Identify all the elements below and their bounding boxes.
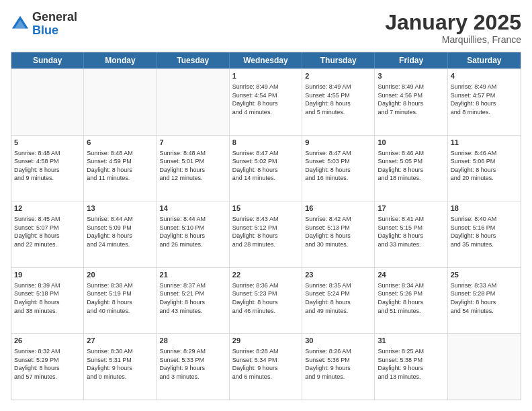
calendar-cell: 14Sunrise: 8:44 AMSunset: 5:10 PMDayligh… <box>157 201 230 267</box>
calendar-header: SundayMondayTuesdayWednesdayThursdayFrid… <box>11 52 521 68</box>
cell-line: Daylight: 8 hours <box>87 298 153 307</box>
cell-line: Sunset: 4:58 PM <box>14 157 81 166</box>
calendar-cell: 2Sunrise: 8:49 AMSunset: 4:55 PMDaylight… <box>302 69 375 135</box>
cell-line: Sunrise: 8:44 AM <box>87 215 153 224</box>
calendar-header-day: Wednesday <box>230 52 302 68</box>
cell-line: Sunrise: 8:45 AM <box>14 215 81 224</box>
cell-line: Sunset: 5:33 PM <box>160 356 226 365</box>
cell-line: and 22 minutes. <box>14 240 81 249</box>
day-number: 13 <box>87 203 153 214</box>
cell-line: Sunset: 5:07 PM <box>14 224 81 232</box>
calendar-cell: 8Sunrise: 8:47 AMSunset: 5:02 PMDaylight… <box>230 136 302 201</box>
calendar-cell: 15Sunrise: 8:43 AMSunset: 5:12 PMDayligh… <box>230 201 302 267</box>
calendar-body: 1Sunrise: 8:49 AMSunset: 4:54 PMDaylight… <box>11 68 521 400</box>
calendar-cell: 22Sunrise: 8:36 AMSunset: 5:23 PMDayligh… <box>230 268 302 334</box>
cell-line: Daylight: 8 hours <box>451 232 518 240</box>
calendar-header-day: Thursday <box>302 52 375 68</box>
calendar-cell: 7Sunrise: 8:48 AMSunset: 5:01 PMDaylight… <box>157 136 230 201</box>
cell-line: Daylight: 8 hours <box>305 99 371 108</box>
day-number: 1 <box>232 71 299 81</box>
cell-line: Sunset: 5:03 PM <box>305 157 371 166</box>
cell-line: and 13 minutes. <box>378 373 444 381</box>
cell-line: Daylight: 8 hours <box>378 99 444 108</box>
calendar-cell <box>448 334 521 400</box>
cell-line: Daylight: 8 hours <box>378 232 444 240</box>
cell-line: Daylight: 8 hours <box>232 298 299 307</box>
cell-line: Sunset: 5:23 PM <box>232 289 299 298</box>
cell-line: Sunset: 5:28 PM <box>451 289 518 298</box>
calendar-row: 12Sunrise: 8:45 AMSunset: 5:07 PMDayligh… <box>11 201 521 267</box>
day-number: 24 <box>378 270 444 280</box>
cell-line: and 30 minutes. <box>305 240 371 249</box>
calendar-cell: 23Sunrise: 8:35 AMSunset: 5:24 PMDayligh… <box>302 268 375 334</box>
calendar-header-day: Sunday <box>11 52 84 68</box>
cell-line: and 57 minutes. <box>14 373 81 381</box>
cell-line: Sunset: 5:36 PM <box>305 356 371 365</box>
cell-line: Daylight: 8 hours <box>232 166 299 175</box>
cell-line: Sunset: 5:06 PM <box>451 157 518 166</box>
cell-line: Daylight: 8 hours <box>160 298 226 307</box>
cell-line: and 7 minutes. <box>378 108 444 117</box>
cell-line: Sunset: 5:15 PM <box>378 224 444 232</box>
cell-line: Sunrise: 8:40 AM <box>451 215 518 224</box>
calendar-row: 5Sunrise: 8:48 AMSunset: 4:58 PMDaylight… <box>11 135 521 201</box>
cell-line: Daylight: 8 hours <box>87 166 153 175</box>
calendar-cell: 16Sunrise: 8:42 AMSunset: 5:13 PMDayligh… <box>302 201 375 267</box>
day-number: 8 <box>232 138 299 148</box>
calendar-cell: 20Sunrise: 8:38 AMSunset: 5:19 PMDayligh… <box>84 268 157 334</box>
calendar-cell: 9Sunrise: 8:47 AMSunset: 5:03 PMDaylight… <box>302 136 375 201</box>
cell-line: Sunrise: 8:49 AM <box>378 83 444 91</box>
cell-line: and 3 minutes. <box>160 373 226 381</box>
cell-line: Sunrise: 8:48 AM <box>14 149 81 158</box>
cell-line: Sunrise: 8:49 AM <box>232 83 299 91</box>
cell-line: and 6 minutes. <box>232 373 299 381</box>
calendar-cell: 3Sunrise: 8:49 AMSunset: 4:56 PMDaylight… <box>375 69 447 135</box>
cell-line: and 5 minutes. <box>305 108 371 117</box>
cell-line: Sunrise: 8:29 AM <box>160 347 226 356</box>
cell-line: Daylight: 8 hours <box>160 166 226 175</box>
cell-line: Sunset: 5:19 PM <box>87 289 153 298</box>
day-number: 10 <box>378 138 444 148</box>
day-number: 28 <box>160 336 226 346</box>
cell-line: and 9 minutes. <box>14 174 81 183</box>
day-number: 20 <box>87 270 153 280</box>
cell-line: Sunset: 5:29 PM <box>14 356 81 365</box>
cell-line: Daylight: 9 hours <box>305 364 371 373</box>
calendar-cell <box>157 69 230 135</box>
cell-line: Sunset: 5:38 PM <box>378 356 444 365</box>
cell-line: and 4 minutes. <box>232 108 299 117</box>
calendar-cell: 12Sunrise: 8:45 AMSunset: 5:07 PMDayligh… <box>11 201 84 267</box>
cell-line: Sunrise: 8:46 AM <box>451 149 518 158</box>
cell-line: Sunrise: 8:47 AM <box>232 149 299 158</box>
cell-line: Sunset: 5:18 PM <box>14 289 81 298</box>
cell-line: Sunrise: 8:47 AM <box>305 149 371 158</box>
cell-line: Sunset: 5:24 PM <box>305 289 371 298</box>
cell-line: Sunset: 4:57 PM <box>451 91 518 100</box>
cell-line: and 0 minutes. <box>87 373 153 381</box>
cell-line: and 20 minutes. <box>451 174 518 183</box>
cell-line: and 11 minutes. <box>87 174 153 183</box>
cell-line: Sunrise: 8:35 AM <box>305 281 371 290</box>
calendar-cell: 28Sunrise: 8:29 AMSunset: 5:33 PMDayligh… <box>157 334 230 400</box>
cell-line: Daylight: 8 hours <box>305 166 371 175</box>
calendar-header-day: Saturday <box>448 52 521 68</box>
day-number: 3 <box>378 71 444 81</box>
day-number: 6 <box>87 138 153 148</box>
cell-line: Daylight: 8 hours <box>451 99 518 108</box>
page: General Blue January 2025 Marquillies, F… <box>0 0 532 411</box>
cell-line: Sunrise: 8:49 AM <box>451 83 518 91</box>
cell-line: and 12 minutes. <box>160 174 226 183</box>
cell-line: Sunrise: 8:43 AM <box>232 215 299 224</box>
cell-line: Daylight: 9 hours <box>160 364 226 373</box>
calendar-header-day: Monday <box>84 52 157 68</box>
calendar-cell: 30Sunrise: 8:26 AMSunset: 5:36 PMDayligh… <box>302 334 375 400</box>
calendar-title: January 2025 <box>385 11 521 34</box>
day-number: 23 <box>305 270 371 280</box>
cell-line: Sunrise: 8:36 AM <box>232 281 299 290</box>
calendar-cell: 13Sunrise: 8:44 AMSunset: 5:09 PMDayligh… <box>84 201 157 267</box>
cell-line: Daylight: 8 hours <box>305 232 371 240</box>
calendar-cell <box>11 69 84 135</box>
cell-line: Sunrise: 8:26 AM <box>305 347 371 356</box>
calendar-cell: 19Sunrise: 8:39 AMSunset: 5:18 PMDayligh… <box>11 268 84 334</box>
header: General Blue January 2025 Marquillies, F… <box>11 11 521 45</box>
